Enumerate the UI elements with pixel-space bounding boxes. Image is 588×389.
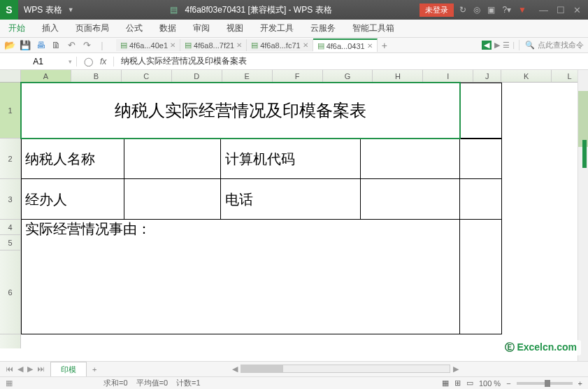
doc-tab-3[interactable]: ▤4f6a8...fc71✕ (247, 39, 313, 51)
skin-icon[interactable]: ▣ (487, 5, 495, 15)
view-normal-icon[interactable]: ▦ (442, 379, 449, 388)
document-tabs: ▤4f6a...40e1✕ ▤4f6a8...7f21✕ ▤4f6a8...fc… (116, 38, 478, 52)
row-header-3[interactable]: 3 (0, 179, 20, 220)
zoom-in-icon[interactable]: + (578, 379, 582, 388)
login-button[interactable]: 未登录 (420, 3, 454, 17)
feedback-icon[interactable]: ▼ (518, 5, 526, 15)
col-header-e[interactable]: E (222, 70, 273, 82)
help-icon[interactable]: ?▾ (502, 5, 511, 15)
row-header-4[interactable]: 4 (0, 220, 20, 235)
menu-formula[interactable]: 公式 (126, 22, 143, 34)
fx-button[interactable]: fx (100, 57, 106, 66)
status-count: 计数=1 (176, 378, 201, 388)
side-panel-handle[interactable] (582, 140, 587, 168)
menu-data[interactable]: 数据 (159, 22, 176, 34)
doc-tab-2[interactable]: ▤4f6a8...7f21✕ (180, 39, 247, 51)
menu-bar: 开始 插入 页面布局 公式 数据 审阅 视图 开发工具 云服务 智能工具箱 (0, 20, 588, 38)
maximize-button[interactable]: ☐ (557, 5, 565, 15)
col-header-k[interactable]: K (501, 70, 552, 82)
name-box[interactable]: A1 (0, 57, 77, 66)
sheet-tab-active[interactable]: 印模 (50, 362, 87, 377)
app-menu-dropdown[interactable]: ▼ (68, 6, 83, 13)
print-icon[interactable]: 🖶 (35, 40, 46, 50)
col-header-i[interactable]: I (423, 70, 473, 82)
select-all-corner[interactable] (0, 70, 21, 82)
save-icon[interactable]: 💾 (20, 40, 31, 50)
doc-tab-4[interactable]: ▤4f6a...0431✕ (313, 38, 378, 52)
row-header-6[interactable]: 6 (0, 250, 20, 334)
col-header-g[interactable]: G (323, 70, 373, 82)
sync-icon[interactable]: ↻ (459, 5, 466, 15)
add-tab-button[interactable]: + (378, 40, 392, 51)
menu-start[interactable]: 开始 (8, 22, 25, 34)
close-tab-icon[interactable]: ✕ (236, 41, 242, 49)
close-tab-icon[interactable]: ✕ (367, 42, 373, 50)
cell-a4[interactable]: 实际经营情况事由： (25, 221, 151, 236)
cell-title[interactable]: 纳税人实际经营情况及印模备案表 (21, 83, 460, 139)
col-header-j[interactable]: J (473, 70, 501, 82)
close-button[interactable]: ✕ (573, 5, 581, 15)
tab-prev-icon[interactable]: ◀ (482, 41, 492, 50)
hscroll-left-icon[interactable]: ◀ (229, 365, 241, 374)
close-tab-icon[interactable]: ✕ (303, 41, 308, 49)
menu-page-layout[interactable]: 页面布局 (76, 22, 109, 34)
search-icon: 🔍 (525, 41, 535, 50)
cells-area[interactable]: 纳税人实际经营情况及印模备案表 纳税人名称 计算机代码 经办人 电话 实际经营情… (21, 83, 588, 348)
col-header-c[interactable]: C (122, 70, 172, 82)
zoom-label: 100 % (479, 379, 501, 388)
open-icon[interactable]: 📂 (4, 40, 15, 50)
cell-d2[interactable]: 计算机代码 (225, 139, 295, 179)
col-header-h[interactable]: H (373, 70, 423, 82)
cloud-icon[interactable]: ◎ (473, 5, 480, 15)
command-search[interactable]: 🔍 点此查找命令 (519, 40, 584, 50)
sheet-next-icon[interactable]: ▶ (27, 365, 33, 374)
zoom-out-icon[interactable]: − (506, 379, 510, 388)
col-header-b[interactable]: B (71, 70, 122, 82)
formula-bar: A1 ◯ fx 纳税人实际经营情况及印模备案表 (0, 53, 588, 70)
menu-insert[interactable]: 插入 (42, 22, 59, 34)
cell-a2[interactable]: 纳税人名称 (25, 139, 95, 179)
horizontal-scrollbar[interactable] (241, 365, 450, 373)
formula-input[interactable]: 纳税人实际经营情况及印模备案表 (114, 55, 588, 67)
col-header-a[interactable]: A (21, 70, 71, 82)
cancel-icon[interactable]: ◯ (84, 57, 93, 66)
app-logo[interactable]: S (0, 0, 18, 20)
layout-icon[interactable]: ▦ (6, 379, 13, 388)
spreadsheet-grid[interactable]: 1 2 3 4 5 6 纳税人实际经营情况及印模备案表 纳税人名称 计算机代码 … (0, 83, 588, 348)
minimize-button[interactable]: — (539, 5, 548, 15)
menu-smart-tools[interactable]: 智能工具箱 (352, 22, 394, 34)
redo-icon[interactable]: ↷ (81, 40, 92, 50)
cell-a3[interactable]: 经办人 (25, 179, 67, 220)
print-preview-icon[interactable]: 🗎 (50, 40, 62, 50)
cell-d3[interactable]: 电话 (225, 179, 253, 220)
app-name: WPS 表格 (18, 4, 68, 16)
undo-icon[interactable]: ↶ (66, 40, 77, 50)
row-header-2[interactable]: 2 (0, 139, 20, 179)
row-header-5[interactable]: 5 (0, 235, 20, 250)
close-tab-icon[interactable]: ✕ (170, 41, 175, 49)
toolbar: 📂 💾 🖶 🗎 ↶ ↷ | ▤4f6a...40e1✕ ▤4f6a8...7f2… (0, 38, 588, 53)
tab-list-icon[interactable]: ☰ (503, 41, 510, 50)
sheet-prev-icon[interactable]: ◀ (17, 365, 23, 374)
sheet-last-icon[interactable]: ⏭ (37, 365, 45, 374)
row-headers: 1 2 3 4 5 6 (0, 83, 21, 348)
menu-view[interactable]: 视图 (227, 22, 243, 34)
col-header-d[interactable]: D (172, 70, 222, 82)
row-header-1[interactable]: 1 (0, 83, 20, 139)
status-sum: 求和=0 (103, 378, 128, 388)
doc-tab-1[interactable]: ▤4f6a...40e1✕ (116, 39, 180, 51)
zoom-slider[interactable] (517, 382, 573, 385)
scroll-thumb[interactable] (578, 91, 588, 147)
col-header-f[interactable]: F (273, 70, 323, 82)
view-break-icon[interactable]: ▭ (466, 379, 473, 388)
add-sheet-button[interactable]: + (87, 365, 102, 374)
menu-review[interactable]: 审阅 (193, 22, 210, 34)
menu-cloud[interactable]: 云服务 (310, 22, 336, 34)
view-page-icon[interactable]: ⊞ (454, 379, 461, 388)
menu-dev-tools[interactable]: 开发工具 (260, 22, 294, 34)
tab-next-icon[interactable]: ▶ (494, 41, 500, 50)
sheet-first-icon[interactable]: ⏮ (6, 365, 13, 374)
vertical-scrollbar[interactable] (578, 70, 588, 361)
document-title: 4f6a8f03e70431 [兼容模式] - WPS 表格 (185, 4, 331, 16)
hscroll-right-icon[interactable]: ▶ (450, 365, 461, 374)
